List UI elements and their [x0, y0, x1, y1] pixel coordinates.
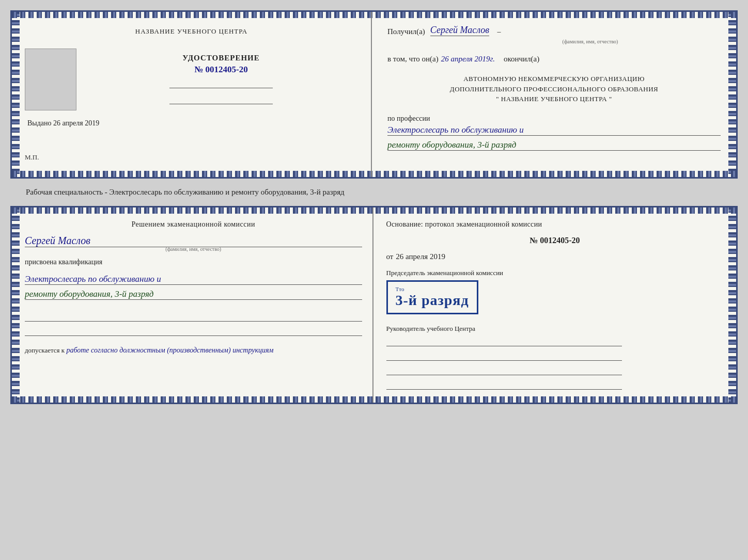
person-name-hw: Сергей Маслов [25, 235, 362, 247]
profession-line2: ремонту оборудования, 3-й разряд [387, 140, 721, 151]
bottom-sig-line-3 [386, 365, 622, 375]
doc-date-label: от [386, 252, 394, 261]
head-block: Руководитель учебного Центра [386, 324, 724, 390]
chairman-block: Председатель экаменационной комиссии Tто… [386, 268, 724, 317]
head-label: Руководитель учебного Центра [386, 324, 724, 333]
doc-number: № 0012405-20 [386, 236, 724, 245]
bottom-document: Решением экаменационной комиссии Сергей … [10, 206, 738, 404]
bottom-sig-line-4 [386, 379, 622, 390]
doc-date-value: 26 апреля 2019 [396, 252, 445, 261]
photo-placeholder [25, 49, 76, 110]
doc-date-row: от 26 апреля 2019 [386, 252, 724, 261]
org-full-block: АВТОНОМНУЮ НЕКОММЕРЧЕСКУЮ ОРГАНИЗАЦИЮ ДО… [387, 74, 721, 104]
fio-label-bottom: (фамилия, имя, отчество) [25, 246, 362, 252]
received-label: Получил(а) [387, 27, 425, 36]
bottom-right-panel: Основание: протокол экаменационной комис… [373, 207, 737, 403]
profession-block: по профессии Электрослесарь по обслужива… [387, 115, 721, 151]
org-title-top: НАЗВАНИЕ УЧЕБНОГО ЦЕНТРА [135, 27, 247, 36]
assigned-label: присвоена квалификация [25, 258, 362, 266]
bottom-left-panel: Решением экаменационной комиссии Сергей … [12, 207, 373, 403]
sig-lines-block [25, 311, 362, 336]
allowed-label: допускается к [25, 346, 65, 354]
profession-line1: Электрослесарь по обслуживанию и [387, 125, 721, 136]
finished-label: окончил(а) [504, 55, 539, 63]
signature-line-2 [169, 104, 273, 104]
received-name: Сергей Маслов [430, 25, 489, 36]
qual-line1: Электрослесарь по обслуживанию и [25, 274, 362, 285]
allowed-block: допускается к работе согласно должностны… [25, 346, 362, 355]
in-that-label: в том, что он(а) [387, 55, 439, 63]
org-line2: ДОПОЛНИТЕЛЬНОГО ПРОФЕССИОНАЛЬНОГО ОБРАЗО… [387, 84, 721, 94]
chairman-label: Председатель экаменационной комиссии [386, 268, 724, 278]
commission-title: Решением экаменационной комиссии [25, 220, 362, 229]
cert-title: УДОСТОВЕРЕНИЕ [182, 54, 260, 62]
date-row: в том, что он(а) 26 апреля 2019г. окончи… [387, 55, 721, 63]
bottom-sig-lines [386, 336, 724, 390]
bottom-sig-line-2 [386, 350, 622, 361]
basis-text: Основание: протокол экаменационной комис… [386, 220, 724, 229]
in-that-date: 26 апреля 2019г. [441, 55, 495, 63]
received-row: Получил(а) Сергей Маслов – [387, 25, 721, 36]
middle-text: Рабочая специальность - Электрослесарь п… [10, 184, 738, 201]
person-name-block: Сергей Маслов (фамилия, имя, отчество) [25, 235, 362, 252]
qual-line2: ремонту оборудования, 3-й разряд [25, 289, 362, 300]
issued-date: Выдано 26 апреля 2019 [27, 119, 99, 127]
org-line1: АВТОНОМНУЮ НЕКОММЕРЧЕСКУЮ ОРГАНИЗАЦИЮ [387, 74, 721, 84]
stamp-text: 3-й разряд [396, 292, 469, 309]
org-line3: " НАЗВАНИЕ УЧЕБНОГО ЦЕНТРА " [387, 94, 721, 104]
sig-line-2 [25, 326, 362, 336]
cert-number: № 0012405-20 [182, 65, 260, 75]
allowed-text: работе согласно должностным (производств… [66, 346, 273, 354]
qualification-block: Электрослесарь по обслуживанию и ремонту… [25, 273, 362, 300]
top-document: НАЗВАНИЕ УЧЕБНОГО ЦЕНТРА УДОСТОВЕРЕНИЕ №… [10, 10, 738, 179]
mp-label: М.П. [25, 153, 39, 162]
stamp-box: Tто 3-й разряд [386, 280, 478, 314]
bottom-sig-line-1 [386, 336, 622, 346]
fio-label-top: (фамилия, имя, отчество) [460, 39, 721, 44]
top-right-panel: Получил(а) Сергей Маслов – (фамилия, имя… [372, 12, 736, 177]
signature-line-1 [169, 88, 273, 88]
sig-line-1 [25, 311, 362, 322]
profession-label: по профессии [387, 115, 721, 123]
